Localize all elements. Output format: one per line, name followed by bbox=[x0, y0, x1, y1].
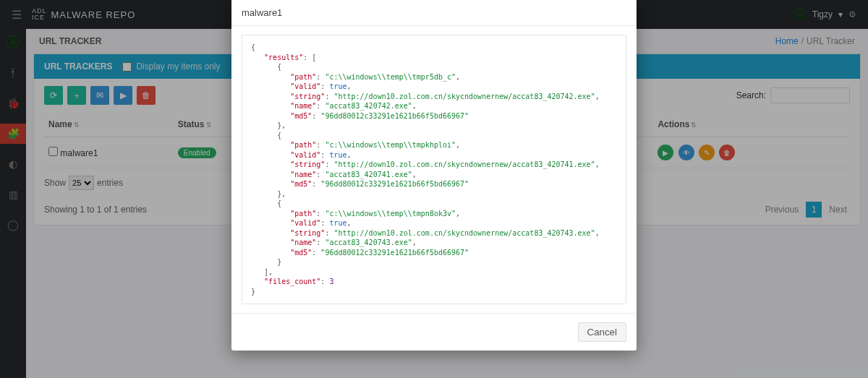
modal-title: malware1 bbox=[231, 0, 637, 26]
modal-cancel-button[interactable]: Cancel bbox=[578, 322, 627, 342]
modal-overlay[interactable]: malware1 { "results": [ { "path": "c:\\w… bbox=[0, 0, 868, 378]
results-modal: malware1 { "results": [ { "path": "c:\\w… bbox=[231, 0, 637, 351]
json-results-box: { "results": [ { "path": "c:\\windows\\t… bbox=[242, 35, 626, 304]
